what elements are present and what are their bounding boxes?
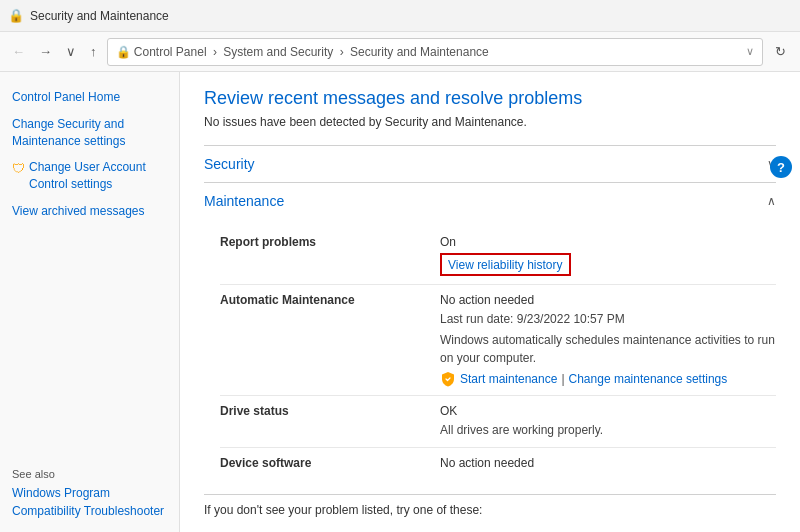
device-software-block: No action needed [440, 456, 776, 470]
content-area: ? Review recent messages and resolve pro… [180, 72, 800, 532]
back-button[interactable]: ← [8, 40, 29, 63]
device-software-value: No action needed [440, 456, 776, 470]
sidebar-item-control-panel-home[interactable]: Control Panel Home [0, 84, 179, 111]
pipe-separator: | [561, 372, 564, 386]
see-also-label: See also [12, 468, 168, 480]
drive-status-label: Drive status [220, 404, 440, 418]
bottom-note: If you don't see your problem listed, tr… [204, 494, 776, 517]
shield-icon: 🛡 [12, 160, 25, 178]
sidebar-item-view-archived[interactable]: View archived messages [0, 198, 179, 225]
dropdown-button[interactable]: ∨ [62, 40, 80, 63]
automatic-maintenance-block: No action needed Last run date: 9/23/202… [440, 293, 776, 387]
automatic-maintenance-value: No action needed [440, 293, 776, 307]
sidebar: Control Panel Home Change Security and M… [0, 72, 180, 532]
maintenance-shield-icon [440, 371, 456, 387]
see-also: See also Windows Program Compatibility T… [0, 456, 180, 532]
maintenance-description: Windows automatically schedules maintena… [440, 331, 776, 367]
maintenance-chevron: ∧ [767, 194, 776, 208]
address-field[interactable]: 🔒 Control Panel › System and Security › … [107, 38, 764, 66]
title-bar-text: Security and Maintenance [30, 9, 169, 23]
maintenance-links-row: Start maintenance | Change maintenance s… [440, 371, 776, 387]
maintenance-section-title: Maintenance [204, 193, 284, 209]
maintenance-content: Report problems On View reliability hist… [204, 219, 776, 486]
page-title: Review recent messages and resolve probl… [204, 88, 776, 109]
report-problems-block: On View reliability history [440, 235, 776, 276]
start-maintenance-link[interactable]: Start maintenance [460, 372, 557, 386]
forward-button[interactable]: → [35, 40, 56, 63]
automatic-maintenance-row: Automatic Maintenance No action needed L… [220, 284, 776, 395]
report-problems-row: Report problems On View reliability hist… [220, 227, 776, 284]
refresh-button[interactable]: ↻ [769, 40, 792, 63]
see-also-link-troubleshooter[interactable]: Windows Program Compatibility Troublesho… [12, 484, 168, 520]
breadcrumb: 🔒 Control Panel › System and Security › … [116, 45, 489, 59]
sidebar-item-change-security[interactable]: Change Security and Maintenance settings [0, 111, 179, 155]
main-layout: Control Panel Home Change Security and M… [0, 72, 800, 532]
change-maintenance-link[interactable]: Change maintenance settings [569, 372, 728, 386]
device-software-label: Device software [220, 456, 440, 470]
view-reliability-box[interactable]: View reliability history [440, 253, 571, 276]
security-section-title: Security [204, 156, 255, 172]
security-section-header[interactable]: Security ∨ [204, 145, 776, 182]
view-reliability-link[interactable]: View reliability history [448, 258, 563, 272]
drive-status-description: All drives are working properly. [440, 421, 776, 439]
address-dropdown-arrow[interactable]: ∨ [746, 45, 754, 58]
drive-status-value: OK [440, 404, 776, 418]
drive-status-row: Drive status OK All drives are working p… [220, 395, 776, 447]
report-problems-value: On [440, 235, 776, 249]
maintenance-section-header[interactable]: Maintenance ∧ [204, 182, 776, 219]
automatic-maintenance-label: Automatic Maintenance [220, 293, 440, 307]
page-subtitle: No issues have been detected by Security… [204, 115, 776, 129]
help-button[interactable]: ? [770, 156, 792, 178]
app-icon: 🔒 [8, 8, 24, 23]
last-run-date: Last run date: 9/23/2022 10:57 PM [440, 310, 776, 328]
device-software-row: Device software No action needed [220, 447, 776, 478]
up-button[interactable]: ↑ [86, 40, 101, 63]
title-bar: 🔒 Security and Maintenance [0, 0, 800, 32]
sidebar-item-change-uac[interactable]: 🛡 Change User Account Control settings [0, 154, 179, 198]
address-bar: ← → ∨ ↑ 🔒 Control Panel › System and Sec… [0, 32, 800, 72]
drive-status-block: OK All drives are working properly. [440, 404, 776, 439]
report-problems-label: Report problems [220, 235, 440, 249]
